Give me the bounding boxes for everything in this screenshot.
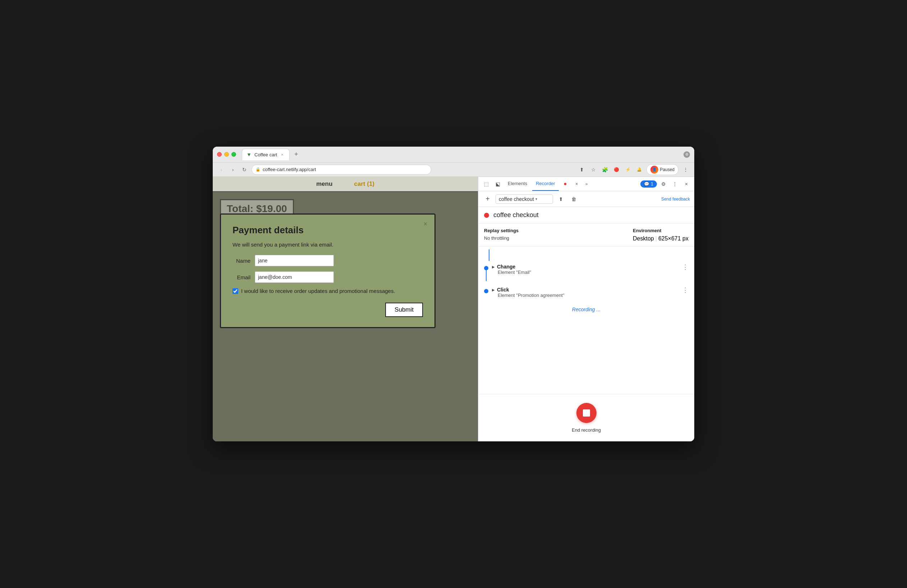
step-bullet-1 xyxy=(484,266,488,270)
step-bullet-2 xyxy=(484,289,488,293)
add-recording-button[interactable]: + xyxy=(482,194,493,204)
replay-settings-section: Replay settings No throttling Environmen… xyxy=(478,224,694,247)
submit-button[interactable]: Submit xyxy=(385,303,423,317)
env-separator: | xyxy=(655,236,657,242)
avatar: 👤 xyxy=(651,166,658,174)
webpage-content: Total: $19.00 Payment details × We will … xyxy=(213,192,478,441)
address-bar-icons: ⬆ ☆ 🧩 🔴 ⚡ 🔔 👤 Paused ⋮ xyxy=(577,164,690,175)
email-form-row: Email xyxy=(232,271,423,283)
device-icon-btn[interactable]: ⬕ xyxy=(493,179,503,189)
modal-overlay: Payment details × We will send you a pay… xyxy=(213,192,478,441)
maximize-traffic-light[interactable] xyxy=(231,152,236,157)
modal-subtitle: We will send you a payment link via emai… xyxy=(232,242,423,248)
dropdown-arrow-icon: ▾ xyxy=(535,197,537,201)
refresh-button[interactable]: ↻ xyxy=(240,165,249,174)
throttling-group: Replay settings No throttling xyxy=(484,228,519,241)
devtools-settings-icon[interactable]: ⚙ xyxy=(658,179,668,189)
modal-close-button[interactable]: × xyxy=(423,220,427,228)
recording-title: coffee checkout xyxy=(494,211,538,219)
name-form-row: Name xyxy=(232,255,423,266)
nav-cart[interactable]: cart (1) xyxy=(354,180,375,187)
recording-dropdown[interactable]: coffee checkout ▾ xyxy=(495,194,553,204)
title-bar-right: ⚙ xyxy=(683,151,690,158)
traffic-lights xyxy=(217,152,236,157)
environment-group: Environment Desktop | 625×671 px xyxy=(633,228,689,242)
devtools-panel: ⬚ ⬕ Elements Recorder ⏺ × » 💬 1 ⚙ ⋮ × xyxy=(478,177,694,441)
recording-select-value: coffee checkout xyxy=(499,196,534,202)
chat-count: 1 xyxy=(651,181,653,186)
end-recording-section: End recording xyxy=(478,394,694,441)
main-area: menu cart (1) Total: $19.00 Payment deta… xyxy=(213,177,694,441)
send-feedback-link[interactable]: Send feedback xyxy=(661,197,690,202)
end-recording-button[interactable] xyxy=(576,403,596,423)
step-change-detail: Element "Email" xyxy=(498,269,678,275)
elements-tab[interactable]: Elements xyxy=(504,177,531,191)
extension4-icon[interactable]: 🔔 xyxy=(635,165,644,174)
browser-tab[interactable]: ▼ Coffee cart × xyxy=(242,149,290,160)
name-label: Name xyxy=(232,258,250,264)
forward-button[interactable]: › xyxy=(229,165,237,174)
bookmark-icon[interactable]: ☆ xyxy=(589,165,598,174)
step-click-detail: Element "Promotion agreement" xyxy=(498,293,678,298)
end-recording-label: End recording xyxy=(572,427,601,433)
extension2-icon[interactable]: 🔴 xyxy=(612,165,620,174)
promo-checkbox-row: I would like to receive order updates an… xyxy=(232,288,423,294)
email-input[interactable] xyxy=(255,271,334,283)
devtools-more-icon[interactable]: ⋮ xyxy=(670,179,680,189)
delete-recording-button[interactable]: 🗑 xyxy=(569,194,579,204)
environment-value: Desktop | 625×671 px xyxy=(633,236,689,242)
share-icon[interactable]: ⬆ xyxy=(577,165,586,174)
recorder-toolbar: + coffee checkout ▾ ⬆ 🗑 Send feedback xyxy=(478,191,694,207)
step-change-content: ▶ Change Element "Email" xyxy=(492,264,678,275)
nav-menu[interactable]: menu xyxy=(316,180,332,187)
minimize-traffic-light[interactable] xyxy=(224,152,229,157)
url-bar[interactable]: 🔒 coffee-cart.netlify.app/cart xyxy=(252,165,431,175)
cursor-icon-btn[interactable]: ⬚ xyxy=(481,179,491,189)
env-type: Desktop xyxy=(633,236,654,242)
modal-title: Payment details xyxy=(232,224,423,236)
extension3-icon[interactable]: ⚡ xyxy=(623,165,632,174)
recorder-toolbar-right: Send feedback xyxy=(661,197,690,202)
tab-favicon: ▼ xyxy=(247,152,252,157)
url-lock-icon: 🔒 xyxy=(255,167,261,172)
more-tabs-btn[interactable]: » xyxy=(583,180,590,188)
tab-title: Coffee cart xyxy=(255,152,277,157)
tab-close-button[interactable]: × xyxy=(279,152,285,157)
devtools-close-icon[interactable]: × xyxy=(681,179,691,189)
step-click-more-btn[interactable]: ⋮ xyxy=(682,287,689,293)
step-click-header: ▶ Click xyxy=(492,287,678,293)
webpage: menu cart (1) Total: $19.00 Payment deta… xyxy=(213,177,478,441)
extension1-icon[interactable]: 🧩 xyxy=(601,165,609,174)
devtools-toolbar-right: 💬 1 ⚙ ⋮ × xyxy=(640,179,691,189)
recording-header: coffee checkout xyxy=(478,207,694,224)
title-bar: ▼ Coffee cart × + ⚙ xyxy=(213,147,694,162)
step-click-content: ▶ Click Element "Promotion agreement" xyxy=(492,287,678,298)
close-traffic-light[interactable] xyxy=(217,152,222,157)
recorder-close-tab-btn[interactable]: × xyxy=(572,179,582,189)
chat-button[interactable]: 💬 1 xyxy=(640,180,657,187)
new-tab-button[interactable]: + xyxy=(291,149,301,160)
more-options-icon[interactable]: ⋮ xyxy=(681,165,690,174)
recorder-recording-icon: ⏺ xyxy=(560,179,570,189)
replay-row: Replay settings No throttling Environmen… xyxy=(484,228,689,242)
promo-checkbox[interactable] xyxy=(232,288,238,294)
name-input[interactable] xyxy=(255,255,334,266)
environment-title: Environment xyxy=(633,228,689,233)
throttling-value: No throttling xyxy=(484,236,519,241)
browser-settings-icon[interactable]: ⚙ xyxy=(683,151,690,158)
step-change-more-btn[interactable]: ⋮ xyxy=(682,264,689,270)
recorder-tab[interactable]: Recorder xyxy=(532,177,558,191)
modal-footer: Submit xyxy=(232,303,423,317)
paused-button[interactable]: 👤 Paused xyxy=(646,164,678,175)
email-label: Email xyxy=(232,274,250,280)
export-recording-button[interactable]: ⬆ xyxy=(556,194,566,204)
tab-bar: ▼ Coffee cart × + xyxy=(242,149,681,160)
url-text: coffee-cart.netlify.app/cart xyxy=(263,167,316,172)
step-change-expand[interactable]: ▶ xyxy=(492,265,495,269)
step-click-expand[interactable]: ▶ xyxy=(492,288,495,292)
back-button[interactable]: ‹ xyxy=(217,165,226,174)
replay-settings-title: Replay settings xyxy=(484,228,519,233)
recording-status-text: Recording ... xyxy=(478,301,694,318)
paused-label: Paused xyxy=(660,167,675,172)
chat-icon: 💬 xyxy=(644,181,649,186)
